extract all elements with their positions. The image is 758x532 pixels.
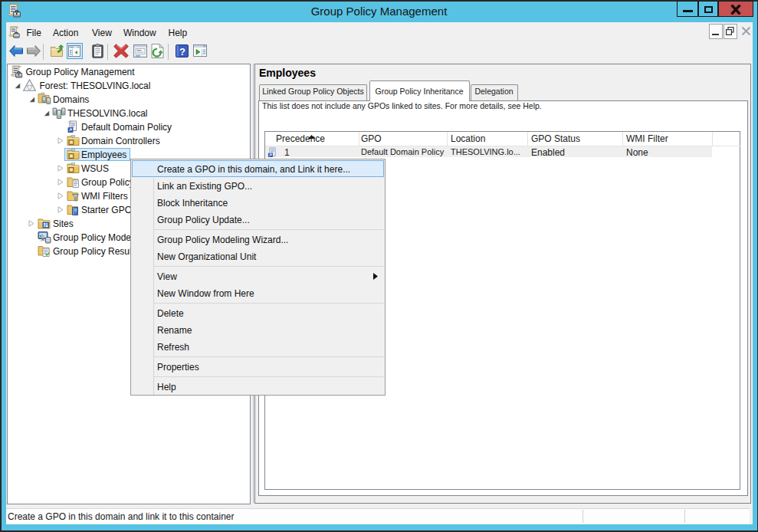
svg-text:?: ? xyxy=(179,46,185,57)
